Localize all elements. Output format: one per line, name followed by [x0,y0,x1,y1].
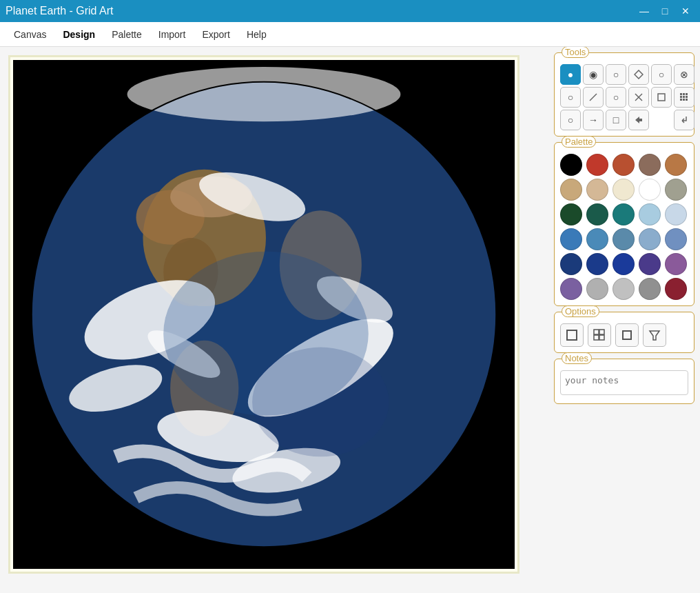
canvas-area [0,47,548,593]
tool-x-marks[interactable] [628,87,649,108]
color-navy-dark[interactable] [586,253,608,275]
svg-rect-34 [567,330,577,340]
color-beige[interactable] [586,179,608,201]
tool-diamond[interactable] [628,64,649,85]
palette-grid [560,154,688,300]
option-square-sm[interactable] [615,323,639,347]
color-teal-dark[interactable] [586,203,608,225]
color-cornflower[interactable] [665,228,687,250]
color-brown-grey[interactable] [639,154,661,176]
tool-square-sm[interactable]: □ [606,110,626,130]
title-bar-controls: — □ ✕ [635,4,694,18]
tool-diagonal[interactable] [583,87,604,108]
menu-canvas[interactable]: Canvas [6,26,54,43]
notes-section: Notes [554,359,694,404]
color-dark-green[interactable] [560,203,582,225]
menu-bar: Canvas Design Palette Import Export Help [0,22,700,47]
svg-rect-24 [680,93,682,95]
options-grid [560,323,688,347]
minimize-button[interactable]: — [635,4,653,18]
notes-textarea[interactable] [560,370,688,395]
tool-dot-fill[interactable]: ● [560,64,581,85]
color-sand[interactable] [560,179,582,201]
svg-rect-29 [686,96,688,98]
tool-arrow-fill[interactable] [628,110,649,130]
canvas-frame [8,55,519,574]
color-periwinkle[interactable] [639,228,661,250]
color-slate-blue[interactable] [612,228,635,250]
tool-circle-sm2[interactable]: ○ [606,87,626,108]
menu-design[interactable]: Design [54,26,103,43]
svg-rect-27 [680,96,682,98]
tool-cross-circle[interactable]: ⊗ [674,64,694,85]
svg-rect-26 [686,93,688,95]
svg-rect-31 [683,99,685,101]
color-purple-navy[interactable] [639,253,661,275]
title-bar-title: Planet Earth - Grid Art [6,5,114,17]
color-black[interactable] [560,154,582,176]
svg-rect-30 [680,99,682,101]
color-silver[interactable] [586,278,608,300]
color-rust[interactable] [612,154,635,176]
color-white[interactable] [639,179,661,201]
option-square-outline[interactable] [560,323,584,347]
svg-rect-25 [683,93,685,95]
color-blue-steel[interactable] [586,228,608,250]
options-section: Options [554,312,694,353]
palette-label: Palette [562,136,596,148]
svg-rect-39 [623,331,631,339]
tools-section: Tools ● ◉ ○ ○ ⊗ ○ ○ [554,52,694,137]
color-light-blue[interactable] [639,203,661,225]
color-blue-mid[interactable] [560,228,582,250]
palette-section: Palette [554,142,694,306]
tool-blank [651,110,672,130]
tool-arrow-right[interactable]: → [583,110,604,130]
svg-rect-23 [658,94,665,101]
svg-rect-32 [686,99,688,101]
tool-circle-empty[interactable]: ○ [651,64,672,85]
tool-circle-sm[interactable]: ○ [560,87,581,108]
tool-circle-sm3[interactable]: ○ [560,110,581,130]
svg-marker-33 [635,117,642,123]
earth-image [13,60,515,569]
tool-grid9[interactable] [674,87,694,108]
color-dark-navy[interactable] [612,253,635,275]
svg-rect-36 [599,330,604,334]
svg-point-18 [127,67,401,121]
color-tan[interactable] [665,154,687,176]
svg-point-17 [252,348,389,457]
notes-label: Notes [562,352,592,364]
option-filter[interactable] [643,323,666,347]
color-lavender[interactable] [560,278,582,300]
color-dark-grey[interactable] [639,278,661,300]
maximize-button[interactable]: □ [656,4,674,18]
svg-rect-38 [599,335,604,340]
svg-rect-37 [594,335,599,340]
color-purple[interactable] [665,253,687,275]
color-pale-blue[interactable] [665,203,687,225]
canvas-inner[interactable] [13,60,515,569]
close-button[interactable]: ✕ [677,4,694,18]
svg-line-20 [590,94,597,101]
color-grey-warm[interactable] [665,179,687,201]
color-cream[interactable] [612,179,635,201]
color-light-grey[interactable] [612,278,635,300]
tool-corner-return[interactable] [674,110,694,130]
color-dark-red[interactable] [665,278,687,300]
tool-circle-fill[interactable]: ◉ [583,64,604,85]
tools-grid: ● ◉ ○ ○ ⊗ ○ ○ [560,64,688,130]
main-content: Tools ● ◉ ○ ○ ⊗ ○ ○ [0,47,700,593]
option-grid-square[interactable] [588,323,611,347]
tool-square[interactable] [651,87,672,108]
menu-palette[interactable]: Palette [103,26,150,43]
tool-circle[interactable]: ○ [606,64,626,85]
color-teal[interactable] [612,203,635,225]
color-red[interactable] [586,154,608,176]
right-panel: Tools ● ◉ ○ ○ ⊗ ○ ○ [548,47,700,593]
menu-help[interactable]: Help [238,26,275,43]
menu-export[interactable]: Export [194,26,238,43]
options-label: Options [562,305,599,317]
color-navy[interactable] [560,253,582,275]
menu-import[interactable]: Import [150,26,194,43]
title-bar: Planet Earth - Grid Art — □ ✕ [0,0,700,22]
